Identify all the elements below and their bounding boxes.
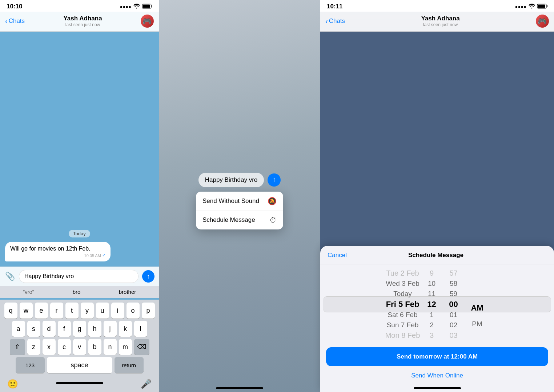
key-f[interactable]: f [58, 321, 71, 337]
picker-date-3[interactable]: Fri 5 Feb [385, 299, 421, 310]
avatar-3[interactable]: 🎮 [536, 15, 549, 28]
send-tomorrow-button[interactable]: Send tomorrow at 12:00 AM [326, 347, 548, 366]
sheet-header: Cancel Schedule Message [320, 252, 554, 264]
key-d[interactable]: d [43, 321, 56, 337]
picker-min-6[interactable]: 03 [443, 330, 465, 341]
key-g[interactable]: g [73, 321, 86, 337]
picker-am[interactable]: AM [465, 300, 490, 316]
menu-item-label-2: Schedule Message [202, 216, 255, 224]
back-button-3[interactable]: ‹ Chats [325, 17, 345, 25]
picker-hour-0[interactable]: 9 [421, 268, 443, 279]
key-x[interactable]: x [43, 339, 56, 355]
key-row-2: a s d f g h j k l [1, 321, 157, 337]
picker-hour-4[interactable]: 1 [421, 309, 443, 320]
avatar-1[interactable]: 🎮 [141, 15, 154, 28]
back-button-1[interactable]: ‹ Chats [5, 17, 25, 25]
date-time-picker[interactable]: Tue 2 Feb Wed 3 Feb Today Fri 5 Feb Sat … [320, 264, 554, 344]
send-arrow-icon-2: ↑ [273, 176, 276, 184]
cancel-button[interactable]: Cancel [328, 252, 347, 259]
mic-icon-1[interactable]: 🎤 [141, 379, 152, 389]
attach-button-1[interactable]: 📎 [4, 271, 15, 282]
key-c[interactable]: c [58, 339, 71, 355]
sound-off-icon: 🔕 [268, 197, 277, 205]
key-r[interactable]: r [50, 303, 63, 319]
nav-center-3: Yash Adhana last seen just now [421, 15, 459, 27]
key-n[interactable]: n [104, 339, 117, 355]
menu-send-without-sound[interactable]: Send Without Sound 🔕 [196, 192, 283, 211]
key-123[interactable]: 123 [16, 357, 45, 373]
autocomplete-item-1[interactable]: "vro" [20, 288, 37, 296]
bubble-with-menu: Happy Birthday vro ↑ Send Without Sound … [196, 173, 283, 229]
svg-rect-4 [538, 4, 545, 8]
picker-hour-6[interactable]: 3 [421, 330, 443, 341]
key-q[interactable]: q [4, 303, 17, 319]
status-icons-1: ●●●● [120, 4, 152, 10]
key-h[interactable]: h [88, 321, 101, 337]
key-t[interactable]: t [65, 303, 79, 319]
key-j[interactable]: j [104, 321, 117, 337]
emoji-icon-1[interactable]: 🙂 [7, 379, 18, 389]
send-button-2[interactable]: ↑ [268, 173, 281, 187]
key-shift[interactable]: ⇧ [10, 339, 25, 355]
wifi-icon-3 [529, 4, 535, 10]
key-u[interactable]: u [96, 303, 109, 319]
picker-hour-1[interactable]: 10 [421, 279, 443, 289]
picker-min-2[interactable]: 59 [443, 289, 465, 299]
picker-ampm-col[interactable]: AM PM [465, 268, 490, 341]
signal-icon: ●●●● [120, 4, 131, 9]
key-p[interactable]: p [142, 303, 155, 319]
picker-min-5[interactable]: 02 [443, 320, 465, 331]
back-label-3: Chats [329, 17, 345, 25]
send-online-button[interactable]: Send When Online [326, 366, 548, 385]
key-z[interactable]: z [27, 339, 40, 355]
key-k[interactable]: k [119, 321, 132, 337]
autocomplete-item-2[interactable]: bro [70, 288, 84, 296]
schedule-icon: ⏱ [269, 216, 277, 224]
picker-hour-5[interactable]: 2 [421, 320, 443, 331]
status-bar-1: 10:10 ●●●● [0, 0, 159, 12]
chat-area-1: Today Will go for movies on 12th Feb. 10… [0, 32, 159, 267]
key-w[interactable]: w [20, 303, 33, 319]
picker-minute-col[interactable]: 57 58 59 00 01 02 03 [443, 268, 465, 341]
nav-bar-1: ‹ Chats Yash Adhana last seen just now 🎮 [0, 12, 159, 32]
key-m[interactable]: m [119, 339, 132, 355]
bottom-bar-1: 🙂 🎤 [0, 377, 159, 392]
picker-min-4[interactable]: 01 [443, 309, 465, 320]
context-menu: Send Without Sound 🔕 Schedule Message ⏱ [196, 192, 283, 229]
picker-date-1[interactable]: Wed 3 Feb [385, 279, 421, 289]
picker-date-0[interactable]: Tue 2 Feb [385, 268, 421, 279]
picker-min-3[interactable]: 00 [443, 299, 465, 310]
key-s[interactable]: s [27, 321, 40, 337]
key-return[interactable]: return [115, 357, 144, 373]
status-bar-3: 10:11 ●●●● [320, 0, 554, 12]
picker-min-1[interactable]: 58 [443, 279, 465, 289]
picker-date-5[interactable]: Sun 7 Feb [385, 320, 421, 331]
key-space[interactable]: space [47, 357, 112, 373]
picker-hour-3[interactable]: 12 [421, 299, 443, 310]
key-l[interactable]: l [134, 321, 147, 337]
message-input-1[interactable] [19, 270, 138, 283]
key-a[interactable]: a [12, 321, 25, 337]
picker-hour-col[interactable]: 9 10 11 12 1 2 3 [421, 268, 443, 341]
picker-pm[interactable]: PM [465, 316, 490, 332]
picker-date-4[interactable]: Sat 6 Feb [385, 309, 421, 320]
menu-schedule-message[interactable]: Schedule Message ⏱ [196, 211, 283, 229]
key-o[interactable]: o [127, 303, 140, 319]
key-delete[interactable]: ⌫ [134, 339, 149, 355]
key-e[interactable]: e [35, 303, 48, 319]
key-y[interactable]: y [81, 303, 94, 319]
autocomplete-bar-1: "vro" bro brother [0, 286, 159, 298]
send-button-1[interactable]: ↑ [142, 270, 154, 283]
picker-date-2[interactable]: Today [385, 289, 421, 299]
key-i[interactable]: i [111, 303, 124, 319]
key-v[interactable]: v [73, 339, 86, 355]
key-b[interactable]: b [88, 339, 101, 355]
autocomplete-item-3[interactable]: brother [116, 288, 139, 296]
picker-min-0[interactable]: 57 [443, 268, 465, 279]
svg-rect-1 [143, 4, 150, 8]
picker-date-col[interactable]: Tue 2 Feb Wed 3 Feb Today Fri 5 Feb Sat … [385, 268, 421, 341]
picker-hour-2[interactable]: 11 [421, 289, 443, 299]
bubble-row: Happy Birthday vro ↑ [198, 173, 281, 187]
picker-date-6[interactable]: Mon 8 Feb [385, 330, 421, 341]
menu-item-label-1: Send Without Sound [202, 197, 259, 205]
